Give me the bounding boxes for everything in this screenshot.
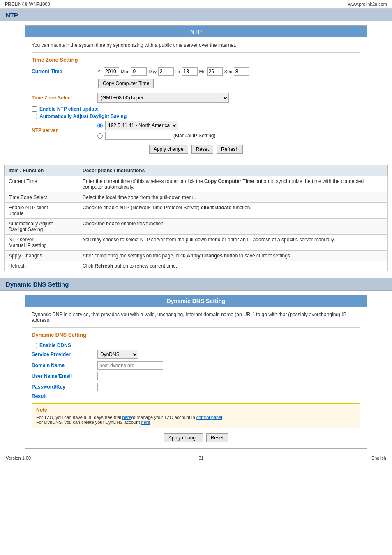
current-time-row: Current Time Yr Mon Day Hr Mn Sec [32,67,360,76]
note-text2: or manage your TZO account in [131,415,196,420]
copy-computer-time-button[interactable]: Copy Computer Time [98,79,154,88]
page-header: PROLiNK® WNR1008 www.prolink2u.com [0,0,392,9]
dyndns-here-link[interactable]: here [141,420,150,425]
copy-time-bold: Copy Computer Time [204,178,254,184]
ntp-description: You can maintain the system time by sync… [32,42,360,53]
username-row: User Name/Email [32,372,360,380]
version-label: Version 1.00 [6,456,31,460]
table-cell-desc: Check the box to enable this function. [78,219,388,235]
ddns-button-row: Apply change Reset [32,432,360,443]
service-provider-select[interactable]: DynDNS TZO No-IP [97,350,138,359]
enable-ntp-label: Enable NTP client update [39,106,99,112]
ntp-option-auto: 192.5.41.41 - North America time.nist.go… [97,121,216,130]
sec-label: Sec [224,69,232,74]
ntp-panel: NTP You can maintain the system time by … [25,25,367,160]
table-row: NTP serverManual IP setting You may choo… [5,235,388,251]
ntp-server-options: 192.5.41.41 - North America time.nist.go… [97,121,216,140]
note-box: Note For TZO, you can have a 30 days fre… [32,403,360,428]
note-content: For TZO, you can have a 30 days free tri… [36,415,356,425]
mn-input[interactable] [207,67,223,76]
apply-changes-bold: Apply Changes [187,253,222,259]
enable-ddns-row: Enable DDNS [32,342,360,348]
timezone-label: Time Zone Select [32,95,97,101]
ddns-panel-body: Dynamic DNS is a service, that provides … [25,307,367,448]
enable-ntp-row: Enable NTP client update [32,106,360,112]
ntp-reset-button[interactable]: Reset [191,145,213,154]
result-row: Result [32,393,360,399]
ntp-server-select[interactable]: 192.5.41.41 - North America time.nist.go… [105,121,178,130]
brand-label: PROLiNK® WNR1008 [5,2,50,7]
ddns-setting-label: Dynamic DNS Setting [32,332,360,339]
password-label: Password/Key [32,384,97,390]
ntp-manual-ip-input[interactable] [105,132,171,140]
timezone-select[interactable]: (GMT+08:00)Taipei (GMT+00:00)London (GMT… [97,93,229,103]
ntp-apply-button[interactable]: Apply change [149,145,188,154]
table-cell-item: Current Time [5,176,78,192]
enable-ntp-checkbox[interactable] [32,106,37,112]
ntp-option-manual: (Manual IP Setting) [97,132,216,140]
info-table: Item / Function Descriptions / Instructi… [4,165,388,271]
ntp-server-label: NTP server [32,127,97,133]
ntp-server-radio-auto[interactable] [97,123,103,128]
table-cell-desc: After completing the settings on this pa… [78,251,388,261]
auto-daylight-checkbox[interactable] [32,114,37,119]
ntp-bold: NTP [120,205,129,210]
col1-header: Item / Function [5,165,78,176]
password-input[interactable] [97,383,163,391]
info-table-container: Item / Function Descriptions / Instructi… [0,165,392,271]
sec-input[interactable] [234,67,249,76]
table-row: Time Zone Select Select the local time z… [5,192,388,203]
current-time-label: Current Time [32,69,97,74]
ddns-apply-button[interactable]: Apply change [164,433,203,442]
page-footer: Version 1.00 31 English [0,453,392,463]
ntp-panel-header: NTP [25,26,367,37]
domain-name-input[interactable] [97,361,163,370]
yr-label: Yr [97,69,102,74]
username-label: User Name/Email [32,373,97,379]
domain-name-row: Domain Name [32,361,360,370]
tzo-here-link[interactable]: here [122,415,131,420]
day-label: Day [148,69,157,74]
ntp-refresh-button[interactable]: Refresh [217,145,243,154]
col2-header: Descriptions / Instructions [78,165,388,176]
time-zone-setting-label: Time Zone Setting [32,57,360,64]
hr-input[interactable] [182,67,198,76]
table-cell-item: Time Zone Select [5,192,78,203]
enable-ddns-checkbox[interactable] [32,343,37,348]
table-row: Refresh Click Refresh button to renew cu… [5,261,388,271]
note-text1: For TZO, you can have a 30 days free tri… [36,415,122,420]
note-label: Note [36,407,356,413]
ntp-section-title: NTP [0,9,392,21]
page-number: 31 [198,456,203,460]
ntp-server-radio-manual[interactable] [97,133,103,139]
table-cell-item: Refresh [5,261,78,271]
ddns-panel: Dynamic DNS Setting Dynamic DNS is a ser… [25,295,367,449]
language-label: English [371,456,386,460]
table-row: Enable NTP clientupdate Check to enable … [5,203,388,219]
table-cell-desc: You may choose to select NTP server from… [78,235,388,251]
table-row: Automatically AdjustDaylight Saving Chec… [5,219,388,235]
enable-ddns-label: Enable DDNS [39,342,71,348]
ddns-reset-button[interactable]: Reset [206,433,228,442]
service-provider-row: Service Provider DynDNS TZO No-IP [32,350,360,359]
ntp-button-row: Apply change Reset Refresh [32,144,360,155]
username-input[interactable] [97,372,163,380]
ddns-panel-header: Dynamic DNS Setting [25,295,367,307]
ntp-server-row: NTP server 192.5.41.41 - North America t… [32,121,360,140]
website-label: www.prolink2u.com [348,2,387,7]
ddns-description: Dynamic DNS is a service, that provides … [32,312,360,328]
client-update-bold: client update [201,205,231,210]
refresh-bold: Refresh [95,263,113,269]
mon-input[interactable] [131,67,147,76]
hr-label: Hr [175,69,180,74]
time-fields: Yr Mon Day Hr Mn Sec [97,67,249,76]
yr-input[interactable] [104,67,119,76]
table-cell-desc: Select the local time zone from the pull… [78,192,388,203]
day-input[interactable] [158,67,174,76]
control-panel-link[interactable]: control panel [196,415,222,420]
ntp-panel-body: You can maintain the system time by sync… [25,37,367,160]
note-text3: For DynDNS, you can create your DynDNS a… [36,420,141,425]
table-cell-desc: Check to enable NTP (Network Time Protoc… [78,203,388,219]
table-row: Apply Changes After completing the setti… [5,251,388,261]
table-cell-desc: Enter the current time of this wireless … [78,176,388,192]
